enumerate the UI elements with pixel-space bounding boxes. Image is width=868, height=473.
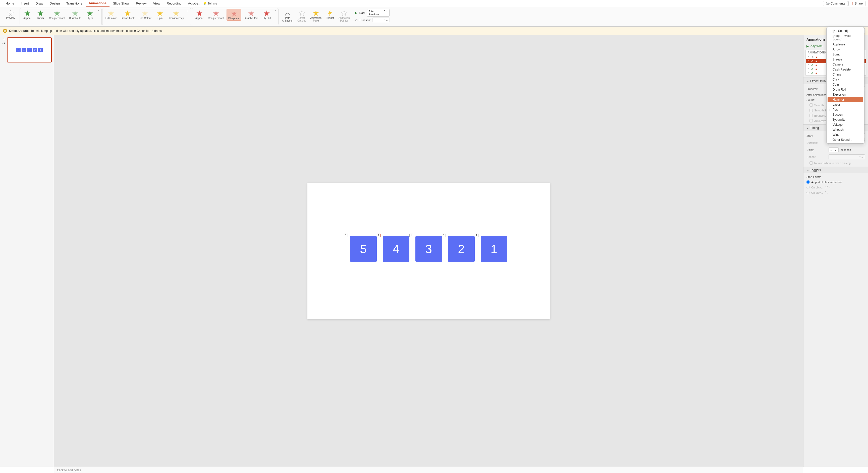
animation-painter-button[interactable]: Animation Painter [337,8,351,23]
sound-option[interactable]: Breeze [827,57,864,62]
triggers-header[interactable]: ⌄Triggers [803,167,868,173]
preview-button[interactable]: Preview [3,8,18,20]
thumb-box: 2 [33,48,37,52]
emphasis-more[interactable]: › [186,9,189,12]
chevron-icon: ⌃⌄ [383,10,388,16]
effect-options-button[interactable]: Effect Options [296,8,308,23]
shape-5[interactable]: 15 [350,236,377,262]
update-bar: ✕ Office Update To help keep up to date … [0,27,868,35]
anim-tag[interactable]: 1 [442,234,446,237]
tab-acrobat[interactable]: Acrobat [185,0,203,6]
slide-number-col: 1 ⁎★ [2,37,6,63]
tab-slideshow[interactable]: Slide Show [110,0,132,6]
sound-option[interactable]: Chime [827,72,864,77]
label: Animation Pane [310,16,321,22]
tell-me[interactable]: 💡 Tell me [203,2,217,5]
tab-animations[interactable]: Animations [86,0,110,6]
entrance-more[interactable]: › [97,9,100,12]
sound-option[interactable]: Bomb [827,52,864,57]
notes-bar[interactable]: Click to add notes [54,467,803,473]
comments-button[interactable]: 💬 Comments [823,1,848,6]
emphasis-line-colour[interactable]: Line Colour [137,9,153,20]
tell-me-label: Tell me [208,2,217,5]
checkbox [809,161,813,165]
clock-icon: ⏱ [811,60,814,63]
update-message: To help keep up to date with security up… [31,29,162,33]
start-dropdown[interactable]: After Previous ⌃⌄ [367,9,390,16]
sound-option[interactable]: [Stop Previous Sound] [827,33,864,42]
chevron-down-icon: ⌄ [806,168,809,172]
shape-2[interactable]: 12 [448,236,475,262]
shape-box: 4 [383,236,409,262]
tab-review[interactable]: Review [133,0,150,6]
slide-thumbnail[interactable]: 5 4 3 2 1 [7,37,52,63]
thumb-box: 3 [27,48,32,52]
shape-4[interactable]: 14 [383,236,409,262]
sound-option[interactable]: Applause [827,42,864,47]
sound-option[interactable]: Cash Register [827,67,864,72]
sound-option[interactable]: Wind [827,132,864,137]
shape-1[interactable]: 11 [481,236,507,262]
path-animation-button[interactable]: Path Animation [281,8,294,23]
sound-option[interactable]: Hammer [828,97,863,102]
trigger-button[interactable]: Trigger [324,8,336,20]
sound-option[interactable]: Whoosh [827,127,864,132]
close-update-icon[interactable]: ✕ [3,29,7,33]
anim-tag[interactable]: 1 [344,234,348,237]
sound-option[interactable]: Camera [827,62,864,67]
sound-option[interactable]: Coin [827,82,864,87]
tab-recording[interactable]: Recording [164,0,185,6]
delay-input[interactable]: 1⌃⌄ [829,147,839,152]
sound-option[interactable]: Click [827,77,864,82]
emphasis-grow-shrink[interactable]: Grow/Shrink [119,9,136,20]
sound-option[interactable]: Push [827,107,864,112]
animation-pane-button[interactable]: Animation Pane [309,8,323,23]
sound-option[interactable]: Other Sound... [827,137,864,142]
exit-more[interactable]: › [274,9,277,12]
slide-canvas[interactable]: 15 14 13 12 11 [307,183,550,319]
sound-option[interactable]: Suction [827,112,864,117]
exit-appear[interactable]: Appear [193,9,206,20]
anim-tag[interactable]: 1 [409,234,413,237]
checkbox [809,109,813,112]
exit-fly-out[interactable]: Fly Out [261,9,273,20]
tab-home[interactable]: Home [2,0,17,6]
duration-input[interactable]: ⌃⌄ [372,18,390,22]
star-icon [312,9,319,16]
timing-start-label: Start: [806,134,827,137]
emphasis-fill-colour[interactable]: Fill Colour [104,9,118,20]
trigger-click-sequence[interactable]: As part of click sequence [806,180,865,184]
sound-option[interactable]: Arrow [827,47,864,52]
entrance-blinds[interactable]: Blinds [34,9,46,20]
sound-option[interactable]: Explosion [827,92,864,97]
shape-3[interactable]: 13 [415,236,442,262]
entrance-chequerboard[interactable]: Chequerboard [48,9,67,20]
tab-insert[interactable]: Insert [18,0,32,6]
share-button[interactable]: ⇪ Share [848,1,866,6]
tab-transitions[interactable]: Transitions [63,0,85,6]
sound-option[interactable]: Voltage [827,122,864,127]
label: Path Animation [282,16,293,22]
anim-tag[interactable]: 1 [475,234,479,237]
entrance-dissolve-in[interactable]: Dissolve In [68,9,83,20]
entrance-fly-in[interactable]: Fly In [84,9,96,20]
label: Blinds [37,17,44,20]
label: As part of click sequence [811,181,842,184]
exit-disappear[interactable]: Disappear [226,9,242,21]
comments-label: Comments [831,2,845,5]
sound-option[interactable]: Typewriter [827,117,864,122]
emphasis-transparency[interactable]: Transparency [167,9,185,20]
sound-option[interactable]: [No Sound] [827,28,864,33]
exit-chequerboard[interactable]: Chequerboard [207,9,225,20]
anim-tag[interactable]: 1 [377,234,381,237]
exit-dissolve-out[interactable]: Dissolve Out [242,9,260,20]
label: Fly In [87,17,93,20]
tab-design[interactable]: Design [47,0,63,6]
emphasis-spin[interactable]: Spin [154,9,166,20]
radio[interactable] [806,180,810,184]
sound-option[interactable]: Drum Roll [827,87,864,92]
tab-draw[interactable]: Draw [32,0,46,6]
entrance-appear[interactable]: Appear [21,9,33,20]
tab-view[interactable]: View [150,0,163,6]
sound-option[interactable]: Laser [827,102,864,107]
